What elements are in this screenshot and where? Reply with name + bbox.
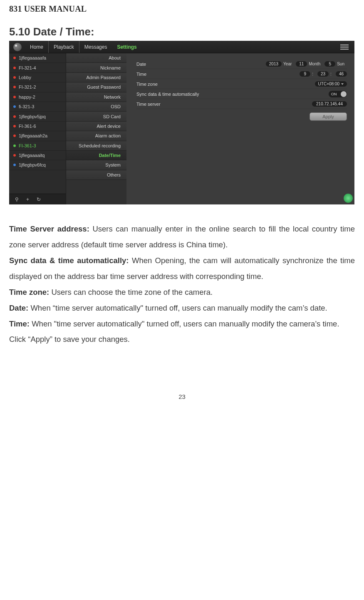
settings-menu-item[interactable]: Others — [66, 170, 126, 180]
camera-list-item[interactable]: Lobby — [9, 73, 66, 82]
camera-name: 1jflegbpv6fcq — [19, 162, 46, 167]
camera-name: FI-361-3 — [19, 143, 36, 148]
camera-name: 1jflegaaaaafa — [19, 55, 46, 60]
desc-apply: Click “Apply” to save your changes. — [9, 335, 130, 344]
chevron-down-icon — [341, 83, 344, 85]
camera-name: 1jflegaaaah2a — [19, 133, 47, 138]
time-sep: : — [312, 72, 313, 76]
camera-name: 1jflegbpv5jpq — [19, 114, 46, 119]
settings-menu-item[interactable]: Alert device — [66, 122, 126, 131]
search-icon[interactable]: ⚲ — [15, 197, 19, 202]
desc-date: When “time server automatically" turned … — [28, 304, 327, 312]
camera-list-item[interactable]: 1jflegbpv6fcq — [9, 160, 66, 170]
term-timezone: Time zone: — [9, 288, 49, 296]
camera-list-item[interactable]: FI-361-6 — [9, 122, 66, 131]
settings-menu-item[interactable]: Network — [66, 92, 126, 102]
camera-list-item[interactable]: 1jflegaaaah2a — [9, 131, 66, 141]
camera-list-toolbar: ⚲ + ↻ — [9, 194, 66, 204]
camera-name: fi-321-3 — [19, 104, 34, 109]
section-title: 5.10 Date / Time: — [9, 25, 355, 38]
settings-menu-item[interactable]: Admin Password — [66, 73, 126, 82]
camera-name: happy-2 — [19, 95, 35, 100]
date-day-input[interactable]: 5 — [324, 61, 335, 67]
row-date: Date 2013Year 11Month 5Sun — [136, 59, 347, 69]
term-time-server: Time Server address: — [9, 224, 89, 233]
time-min-input[interactable]: 23 — [317, 71, 329, 77]
tab-home[interactable]: Home — [25, 41, 48, 53]
camera-list-item[interactable]: 1jflegaaaaitq — [9, 151, 66, 160]
settings-menu-item[interactable]: System — [66, 160, 126, 170]
top-nav: Home Playback Messages Settings — [9, 41, 354, 53]
camera-list-item[interactable]: FI-361-3 — [9, 141, 66, 151]
term-time: Time: — [9, 319, 30, 328]
status-dot-icon — [13, 76, 16, 79]
timezone-dropdown[interactable]: UTC+08:00 — [315, 81, 347, 87]
hamburger-icon[interactable] — [340, 45, 349, 50]
unit-month: Month — [309, 62, 320, 66]
time-hour-input[interactable]: 9 — [300, 71, 310, 77]
add-icon[interactable]: + — [26, 197, 29, 202]
tab-playback[interactable]: Playback — [48, 41, 79, 53]
camera-list: 1jflegaaaaafaFI-321-4LobbyFI-321-2happy-… — [9, 53, 66, 204]
term-sync: Sync data & time automatically: — [9, 256, 129, 265]
sync-toggle[interactable]: ON — [329, 91, 347, 97]
status-dot-icon — [13, 67, 16, 69]
camera-list-item[interactable]: 1jflegaaaaafa — [9, 53, 66, 63]
desc-timezone: Users can choose the time zone of the ca… — [49, 288, 213, 296]
timezone-value: UTC+08:00 — [318, 82, 339, 86]
camera-list-item[interactable]: FI-321-4 — [9, 63, 66, 72]
settings-menu-item[interactable]: OSD — [66, 102, 126, 112]
camera-name: FI-361-6 — [19, 124, 36, 129]
unit-day: Sun — [337, 62, 344, 66]
camera-list-item[interactable]: 1jflegbpv5jpq — [9, 112, 66, 121]
status-dot-icon — [13, 144, 16, 147]
tab-messages[interactable]: Messages — [79, 41, 112, 53]
settings-menu-item[interactable]: Guest Password — [66, 82, 126, 92]
status-dot-icon — [13, 125, 16, 127]
date-label: Date — [136, 62, 215, 67]
settings-menu-item[interactable]: Date/Time — [66, 151, 126, 160]
unit-year: Year — [283, 62, 292, 66]
page-number: 23 — [9, 393, 355, 400]
timeserver-input[interactable]: 210.72.145.44 — [312, 101, 347, 107]
status-dot-icon — [13, 105, 16, 108]
status-dot-icon — [13, 96, 16, 98]
time-sep: : — [330, 72, 332, 76]
status-dot-icon — [13, 164, 16, 166]
settings-menu: AboutNicknameAdmin PasswordGuest Passwor… — [66, 53, 126, 204]
status-dot-icon — [13, 57, 16, 59]
settings-content: Date 2013Year 11Month 5Sun Time 9: 23: 4… — [126, 53, 354, 204]
camera-name: 1jflegaaaaitq — [19, 153, 45, 158]
toggle-knob-icon — [341, 91, 347, 97]
timeserver-label: Time server — [136, 102, 215, 107]
camera-list-item[interactable]: fi-321-3 — [9, 102, 66, 112]
camera-name: FI-321-4 — [19, 65, 36, 70]
status-badge-icon — [344, 194, 353, 203]
apply-button[interactable]: Apply — [310, 112, 347, 121]
time-label: Time — [136, 72, 215, 77]
settings-menu-item[interactable]: Alarm action — [66, 131, 126, 141]
settings-menu-item[interactable]: Scheduled recording — [66, 141, 126, 151]
doc-header: 831 USER MANUAL — [9, 4, 355, 14]
status-dot-icon — [13, 86, 16, 88]
timezone-label: Time zone — [136, 82, 215, 87]
row-time: Time 9: 23: 46 — [136, 69, 347, 79]
time-sec-input[interactable]: 46 — [336, 71, 347, 77]
app-screenshot: Home Playback Messages Settings 1jflegaa… — [9, 41, 354, 204]
settings-menu-item[interactable]: SD Card — [66, 112, 126, 121]
tab-settings[interactable]: Settings — [112, 41, 141, 53]
settings-menu-item[interactable]: Nickname — [66, 63, 126, 72]
camera-list-item[interactable]: happy-2 — [9, 92, 66, 102]
camera-name: Lobby — [19, 75, 31, 80]
camera-list-item[interactable]: FI-321-2 — [9, 82, 66, 92]
refresh-icon[interactable]: ↻ — [37, 197, 41, 202]
row-sync: Sync data & time automatically ON — [136, 89, 347, 99]
date-year-input[interactable]: 2013 — [266, 61, 282, 67]
status-dot-icon — [13, 115, 16, 118]
camera-name: FI-321-2 — [19, 85, 36, 90]
status-dot-icon — [13, 154, 16, 157]
row-timezone: Time zone UTC+08:00 — [136, 79, 347, 89]
settings-menu-item[interactable]: About — [66, 53, 126, 63]
date-month-input[interactable]: 11 — [296, 61, 307, 67]
toggle-on-text: ON — [331, 92, 337, 96]
